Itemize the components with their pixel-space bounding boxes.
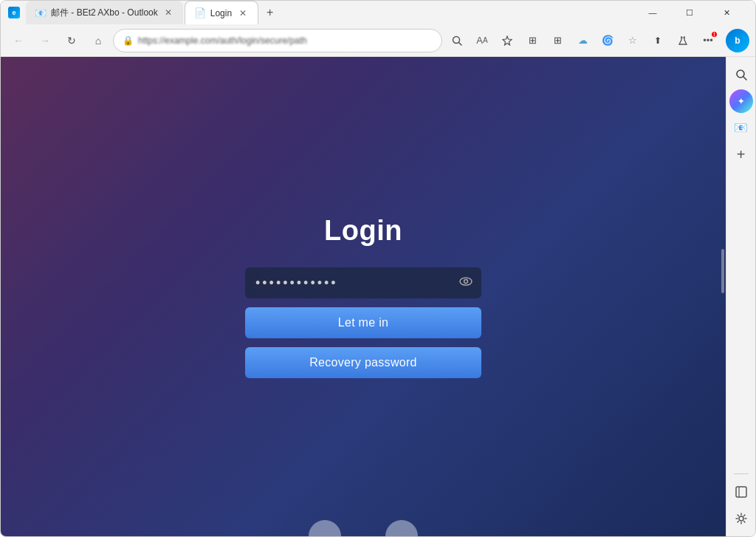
svg-rect-8: [736, 487, 746, 497]
scroll-orb-right: [385, 520, 418, 536]
scrollbar[interactable]: [721, 249, 724, 293]
collections-icon-btn[interactable]: ⊞: [546, 29, 569, 52]
scroll-hint: [309, 520, 418, 536]
tab-outlook[interactable]: 📧 邮件 - BEt2 AXbo - Outlook ✕: [26, 1, 183, 24]
scroll-orb-left: [309, 520, 341, 536]
tab-login[interactable]: 📄 Login ✕: [185, 1, 258, 24]
tab2-title: Login: [210, 8, 233, 18]
recovery-password-button[interactable]: Recovery password: [245, 347, 481, 378]
login-button[interactable]: Let me in: [245, 307, 481, 338]
sidebar-outlook-button[interactable]: 📧: [729, 116, 753, 140]
svg-point-10: [739, 516, 743, 521]
address-bar[interactable]: 🔒 https://example.com/auth/login/secure/…: [113, 29, 442, 52]
nav-bar: ← → ↻ ⌂ 🔒 https://example.com/auth/login…: [1, 24, 755, 57]
minimize-button[interactable]: —: [636, 1, 670, 24]
search-icon-btn[interactable]: [445, 29, 469, 52]
password-input-wrapper: [245, 267, 481, 298]
sidebar-search-button[interactable]: [729, 63, 753, 86]
tab2-close-icon[interactable]: ✕: [237, 7, 249, 19]
tab1-close-icon[interactable]: ✕: [162, 7, 174, 18]
favorites-icon-btn[interactable]: [495, 29, 519, 52]
svg-line-7: [743, 77, 746, 80]
read-aloud-icon-btn[interactable]: AA: [470, 29, 494, 52]
right-sidebar: ✦ 📧 +: [726, 57, 755, 536]
lock-icon: 🔒: [123, 35, 134, 46]
sidebar-toggle-button[interactable]: [729, 480, 753, 504]
login-container: Login Let me in Recovery password: [245, 215, 481, 378]
browser-window: e 📧 邮件 - BEt2 AXbo - Outlook ✕ 📄 Login ✕…: [0, 0, 756, 537]
svg-line-1: [459, 42, 462, 45]
weather-icon-btn[interactable]: ☁: [571, 29, 594, 52]
svg-point-5: [464, 280, 468, 284]
window-controls: — ☐ ✕: [636, 1, 743, 24]
sidebar-copilot-button[interactable]: ✦: [729, 89, 753, 113]
svg-marker-2: [503, 36, 512, 45]
password-input[interactable]: [245, 267, 481, 298]
page-content: Login Let me in Recovery password: [1, 57, 726, 536]
svg-point-4: [460, 278, 472, 285]
browser-icon: e: [8, 7, 20, 18]
refresh-button[interactable]: ↻: [60, 29, 83, 52]
wallet-icon-btn[interactable]: 🌀: [596, 29, 619, 52]
home-button[interactable]: ⌂: [86, 29, 110, 52]
labs-icon-btn[interactable]: [671, 29, 695, 52]
sidebar-divider: [734, 473, 749, 474]
nav-icons: AA ⊞ ⊞ ☁ 🌀 ☆ ⬆ ••• !: [445, 29, 720, 52]
title-bar: e 📧 邮件 - BEt2 AXbo - Outlook ✕ 📄 Login ✕…: [1, 1, 755, 24]
tab1-title: 邮件 - BEt2 AXbo - Outlook: [51, 7, 158, 19]
content-area: Login Let me in Recovery password: [1, 57, 755, 536]
close-button[interactable]: ✕: [709, 1, 743, 24]
back-button[interactable]: ←: [7, 29, 30, 52]
page-title: Login: [324, 215, 402, 247]
maximize-button[interactable]: ☐: [673, 1, 707, 24]
new-tab-button[interactable]: +: [260, 2, 281, 23]
sidebar-add-button[interactable]: +: [729, 143, 753, 166]
tab1-icon: 📧: [35, 7, 47, 18]
bing-copilot-button[interactable]: b: [726, 29, 749, 52]
split-screen-icon-btn[interactable]: ⊞: [520, 29, 544, 52]
share-icon-btn[interactable]: ⬆: [646, 29, 670, 52]
tab2-icon: 📄: [194, 7, 206, 18]
more-tools-icon-btn[interactable]: ••• !: [696, 29, 720, 52]
forward-button[interactable]: →: [33, 29, 57, 52]
toggle-password-icon[interactable]: [459, 276, 472, 290]
bookmarks-icon-btn[interactable]: ☆: [621, 29, 645, 52]
sidebar-settings-button[interactable]: [729, 507, 753, 530]
url-text: https://example.com/auth/login/secure/pa…: [138, 35, 433, 46]
